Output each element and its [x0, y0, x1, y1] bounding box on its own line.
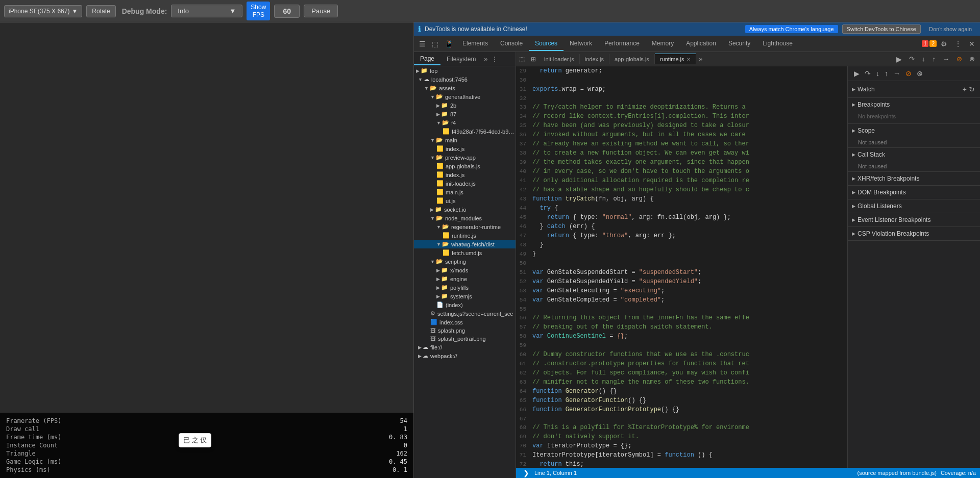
tab-elements[interactable]: Elements: [456, 37, 494, 51]
tree-item-scripting[interactable]: ▼ 📂 scripting: [414, 257, 516, 266]
tab-application[interactable]: Application: [680, 37, 722, 51]
tab-security[interactable]: Security: [722, 37, 756, 51]
tree-item-87[interactable]: ▶ 📁 87: [414, 110, 516, 118]
devtools-menu-icon[interactable]: ☰: [416, 38, 429, 50]
tree-item-main-js[interactable]: 🟨 main.js: [414, 188, 516, 196]
tree-item-settings[interactable]: ⚙ settings.js?scene=current_sce: [414, 309, 516, 318]
tree-item-preview-app[interactable]: ▼ 📂 preview-app: [414, 153, 516, 162]
file-tab-more-icon[interactable]: »: [696, 54, 706, 65]
debug-step-over-icon[interactable]: ↷: [906, 53, 918, 65]
devtools-device-icon[interactable]: 📱: [442, 38, 456, 50]
tree-item-node-modules[interactable]: ▼ 📂 node_modules: [414, 214, 516, 222]
tree-item-2b[interactable]: ▶ 📁 2b: [414, 101, 516, 110]
tab-console[interactable]: Console: [494, 37, 529, 51]
tree-item-general-native[interactable]: ▼ 📂 general/native: [414, 92, 516, 101]
debug-step-into-icon[interactable]: ↓: [919, 53, 928, 65]
dbg-dont-pause-btn[interactable]: ⊗: [915, 68, 925, 79]
pause-button[interactable]: Pause: [304, 5, 338, 17]
tree-item-engine[interactable]: ▶ 📁 engine: [414, 274, 516, 283]
tree-item-splash-portrait[interactable]: 🖼 splash_portrait.png: [414, 335, 516, 343]
global-listeners-header[interactable]: ▶ Global Listeners: [848, 199, 980, 213]
tree-item-socket[interactable]: ▶ 📁 socket.io: [414, 205, 516, 214]
watch-header[interactable]: ▶ Watch + ↻: [848, 81, 980, 97]
tree-item-preview-index[interactable]: 🟨 index.js: [414, 170, 516, 179]
tree-item-init-loader[interactable]: 🟨 init-loader.js: [414, 179, 516, 188]
tab-network[interactable]: Network: [564, 37, 598, 51]
tree-item-top[interactable]: ▶ 📁 top: [414, 66, 516, 75]
dbg-step-over-btn[interactable]: ↷: [863, 68, 873, 79]
rotate-button[interactable]: Rotate: [86, 5, 115, 17]
close-devtools-icon[interactable]: ✕: [966, 38, 978, 50]
watch-refresh-btn[interactable]: ↻: [968, 84, 976, 94]
xhr-fetch-section: ▶ XHR/fetch Breakpoints: [848, 172, 980, 186]
csp-violation-header[interactable]: ▶ CSP Violation Breakpoints: [848, 227, 980, 240]
settings-icon[interactable]: ⚙: [938, 38, 950, 50]
file-yellow-icon: 🟨: [436, 189, 444, 195]
tree-item-fetch-umd[interactable]: 🟨 fetch.umd.js: [414, 248, 516, 257]
code-content[interactable]: 29 return generator;3031exports.wrap = w…: [516, 66, 847, 468]
subtab-options-icon[interactable]: ⋮: [489, 54, 500, 65]
toggle-navigator-icon[interactable]: ⊞: [528, 55, 539, 64]
tab-sources[interactable]: Sources: [529, 37, 564, 51]
tree-item-main-index[interactable]: 🟨 index.js: [414, 144, 516, 153]
dbg-step-btn[interactable]: →: [891, 68, 902, 79]
tree-item-regen-runtime[interactable]: ▼ 📂 regenerator-runtime: [414, 222, 516, 231]
debug-deactivate-icon[interactable]: ⊘: [953, 53, 965, 65]
debug-resume-icon[interactable]: ▶: [893, 53, 905, 65]
more-options-icon[interactable]: ⋮: [951, 38, 965, 50]
devtools-inspect-icon[interactable]: ⬚: [429, 38, 442, 50]
tree-item-x-mods[interactable]: ▶ 📁 x/mods: [414, 266, 516, 274]
tree-item-polyfills[interactable]: ▶ 📁 polyfills: [414, 283, 516, 292]
always-match-button[interactable]: Always match Chrome's language: [745, 25, 838, 33]
file-tab-app-globals[interactable]: app-globals.js: [609, 54, 655, 64]
debug-dont-pause-icon[interactable]: ⊗: [966, 53, 978, 65]
subtab-more-icon[interactable]: »: [482, 54, 489, 65]
sidebar-toggle-icon[interactable]: ⬚: [516, 55, 528, 64]
watch-add-btn[interactable]: +: [962, 84, 968, 94]
tree-item-file[interactable]: ▶ ☁ file://: [414, 343, 516, 351]
subtab-filesystem[interactable]: Filesystem: [440, 54, 482, 65]
info-dropdown[interactable]: Info ▼: [171, 5, 242, 17]
switch-devtools-button[interactable]: Switch DevTools to Chinese: [842, 24, 921, 34]
tree-item-ui[interactable]: 🟨 ui.js: [414, 196, 516, 205]
tree-item-app-globals[interactable]: 🟨 app-globals.js: [414, 162, 516, 170]
tree-item-index-css[interactable]: 🟦 index.css: [414, 318, 516, 326]
device-selector[interactable]: iPhone SE(375 X 667) ▼: [4, 5, 82, 17]
breakpoints-header[interactable]: ▶ Breakpoints: [848, 98, 980, 111]
tree-item-localhost[interactable]: ▼ ☁ localhost:7456: [414, 75, 516, 84]
file-tab-runtime[interactable]: runtime.js ✕: [655, 54, 696, 64]
tree-item-splash-png[interactable]: 🖼 splash.png: [414, 326, 516, 335]
dbg-step-out-btn[interactable]: ↑: [883, 68, 890, 79]
dbg-resume-btn[interactable]: ▶: [852, 68, 862, 79]
devtools-info-bar: ℹ DevTools is now available in Chinese! …: [414, 22, 980, 36]
close-tab-icon[interactable]: ✕: [687, 57, 691, 62]
tree-item-index-parens[interactable]: 📄 (index): [414, 300, 516, 309]
dom-breakpoints-header[interactable]: ▶ DOM Breakpoints: [848, 186, 980, 199]
dbg-step-into-btn[interactable]: ↓: [874, 68, 881, 79]
call-stack-header[interactable]: ▶ Call Stack: [848, 148, 980, 161]
tree-item-webpack[interactable]: ▶ ☁ webpack://: [414, 351, 516, 360]
tree-item-whatwg-fetch[interactable]: ▼ 📂 whatwg-fetch/dist: [414, 240, 516, 248]
tree-item-main[interactable]: ▼ 📂 main: [414, 136, 516, 144]
tab-performance[interactable]: Performance: [598, 37, 646, 51]
event-listener-header[interactable]: ▶ Event Listener Breakpoints: [848, 213, 980, 227]
dont-show-button[interactable]: Don't show again: [925, 25, 976, 33]
scope-header[interactable]: ▶ Scope: [848, 124, 980, 137]
line-code: // .constructor.prototype properties for…: [532, 359, 847, 368]
show-fps-button[interactable]: Show FPS: [247, 2, 270, 20]
tab-lighthouse[interactable]: Lighthouse: [756, 37, 799, 51]
dbg-deactivate-btn[interactable]: ⊘: [903, 68, 914, 79]
tree-item-runtime-js[interactable]: 🟨 runtime.js: [414, 231, 516, 240]
tree-item-f4-file[interactable]: 🟨 f49a28af-7f56-4dcd-b9e...: [414, 127, 516, 136]
subtab-page[interactable]: Page: [414, 53, 440, 65]
tree-item-systemjs[interactable]: ▶ 📁 systemjs: [414, 292, 516, 300]
tab-memory[interactable]: Memory: [646, 37, 680, 51]
xhr-fetch-header[interactable]: ▶ XHR/fetch Breakpoints: [848, 172, 980, 185]
console-toggle-icon[interactable]: ❯: [520, 467, 532, 478]
debug-step-out-icon[interactable]: ↑: [929, 53, 939, 65]
file-tab-index[interactable]: index.js: [580, 54, 609, 64]
tree-item-assets[interactable]: ▼ 📂 assets: [414, 84, 516, 92]
debug-step-icon[interactable]: →: [940, 53, 952, 65]
file-tab-init-loader[interactable]: init-loader.js: [539, 54, 580, 64]
tree-item-f4[interactable]: ▼ 📂 f4: [414, 118, 516, 127]
